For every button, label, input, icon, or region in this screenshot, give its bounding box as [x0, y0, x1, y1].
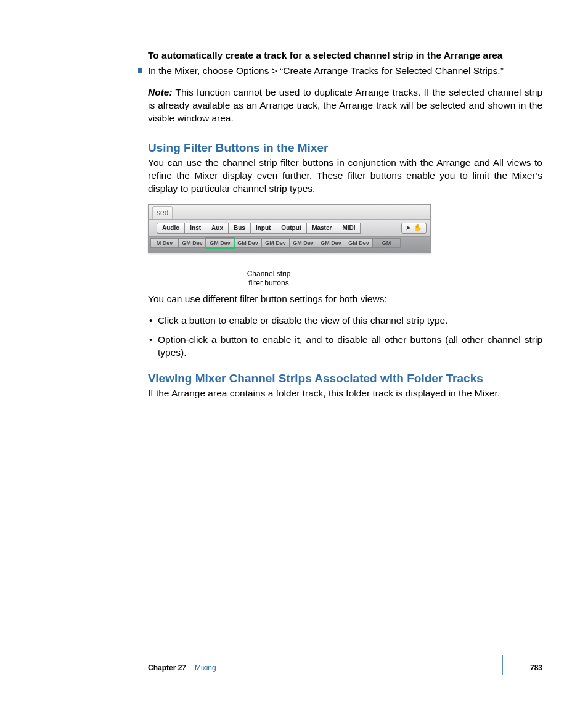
filter-button-bus[interactable]: Bus: [228, 223, 251, 234]
channel-strip-highlighted[interactable]: GM Dev: [206, 238, 234, 248]
mixer-strip-row: M Dev GM Dev GM Dev GM Dev GM Dev GM Dev…: [149, 237, 430, 253]
filter-button-input[interactable]: Input: [250, 223, 276, 234]
filter-button-master[interactable]: Master: [306, 223, 337, 234]
filter-button-audio[interactable]: Audio: [157, 223, 185, 234]
callout: Channel strip filter buttons: [148, 253, 431, 288]
channel-strip[interactable]: GM Dev: [234, 238, 262, 248]
channel-strip[interactable]: M Dev: [150, 238, 179, 248]
note-block: Note: This function cannot be used to du…: [148, 86, 542, 125]
step-bullet-icon: [138, 68, 142, 73]
list-item: Option-click a button to enable it, and …: [157, 334, 542, 359]
channel-strip[interactable]: GM Dev: [345, 238, 373, 248]
pointer-tool-icon[interactable]: ➤: [406, 223, 411, 232]
channel-strip[interactable]: GM Dev: [178, 238, 206, 248]
page-content: To automatically create a track for a se…: [148, 49, 542, 409]
section1-intro: You can use the channel strip filter but…: [148, 157, 542, 195]
tool-icon-group: ➤ ✋: [401, 223, 427, 234]
mixer-tab-row: sed: [149, 205, 430, 220]
footer-rule-icon: [502, 655, 503, 675]
section2-text: If the Arrange area contains a folder tr…: [148, 387, 542, 400]
note-text: This function cannot be used to duplicat…: [148, 87, 542, 123]
page-number: 783: [530, 663, 542, 673]
callout-text: Channel strip filter buttons: [247, 269, 291, 288]
chapter-label: Chapter 27: [148, 663, 186, 673]
channel-strip[interactable]: GM: [372, 238, 401, 248]
callout-line2: filter buttons: [248, 279, 288, 287]
bullet-list: Click a button to enable or disable the …: [148, 314, 542, 359]
page-footer: Chapter 27 Mixing 783: [148, 663, 542, 673]
filter-button-inst[interactable]: Inst: [184, 223, 206, 234]
mixer-screenshot: sed Audio Inst Aux Bus Input Output Mast…: [148, 204, 431, 253]
section-heading-filter: Using Filter Buttons in the Mixer: [148, 140, 542, 156]
channel-strip[interactable]: GM Dev: [289, 238, 317, 248]
hand-tool-icon[interactable]: ✋: [414, 223, 422, 232]
figure-wrap: sed Audio Inst Aux Bus Input Output Mast…: [148, 204, 542, 288]
mixer-toolbar: Audio Inst Aux Bus Input Output Master M…: [149, 220, 430, 237]
filter-intro: You can use different filter button sett…: [148, 293, 542, 306]
callout-line1: Channel strip: [247, 269, 291, 278]
channel-strip[interactable]: GM Dev: [261, 238, 290, 248]
filter-button-output[interactable]: Output: [276, 223, 307, 234]
filter-button-aux[interactable]: Aux: [206, 223, 229, 234]
channel-strip[interactable]: GM Dev: [317, 238, 345, 248]
chapter-title: Mixing: [195, 663, 216, 673]
note-label: Note:: [148, 87, 173, 97]
mixer-tab[interactable]: sed: [152, 206, 173, 219]
section-heading-folder: Viewing Mixer Channel Strips Associated …: [148, 371, 542, 387]
task-heading: To automatically create a track for a se…: [148, 49, 542, 62]
step-text: In the Mixer, choose Options > “Create A…: [148, 65, 504, 76]
callout-line-icon: [269, 240, 269, 269]
filter-button-midi[interactable]: MIDI: [337, 223, 361, 234]
list-item: Click a button to enable or disable the …: [157, 314, 542, 327]
step-item: In the Mixer, choose Options > “Create A…: [148, 65, 542, 78]
